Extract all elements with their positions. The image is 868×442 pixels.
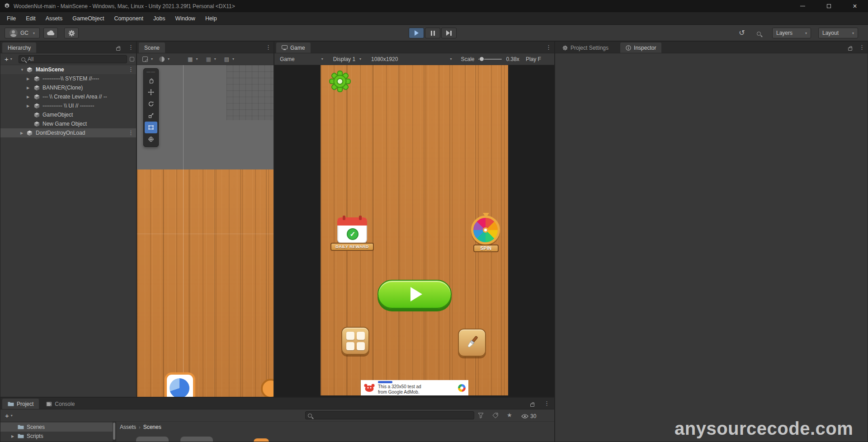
lock-icon[interactable] bbox=[530, 402, 534, 408]
foldout-icon[interactable]: ▶ bbox=[27, 104, 29, 108]
add-object-button[interactable]: + bbox=[5, 55, 9, 63]
game-settings-button[interactable] bbox=[329, 70, 351, 93]
tab-inspector[interactable]: Inspector bbox=[620, 42, 661, 53]
account-dropdown[interactable]: GC ▾ bbox=[5, 28, 40, 38]
play-button[interactable] bbox=[409, 28, 424, 38]
breadcrumb-scenes[interactable]: Scenes bbox=[143, 424, 161, 430]
project-search-input[interactable] bbox=[305, 411, 474, 419]
game-play-button[interactable] bbox=[377, 280, 452, 309]
folder-scrollbar[interactable] bbox=[113, 422, 116, 442]
breadcrumb-assets[interactable]: Assets bbox=[120, 424, 136, 430]
move-tool[interactable] bbox=[145, 86, 157, 98]
panel-menu-icon[interactable]: ⋮ bbox=[128, 44, 134, 50]
hierarchy-item-system[interactable]: ▶ ----------\\ SYSTEM //---- bbox=[0, 74, 136, 83]
hierarchy-item-create-level-area[interactable]: ▶ --- \\ Create Level Area // -- bbox=[0, 92, 136, 101]
pause-button[interactable] bbox=[425, 28, 440, 38]
menu-edit[interactable]: Edit bbox=[21, 12, 41, 25]
search-filter-icon[interactable] bbox=[130, 57, 134, 61]
maximize-button[interactable] bbox=[816, 0, 842, 12]
rect-tool[interactable] bbox=[145, 122, 157, 133]
panel-menu-icon[interactable]: ⋮ bbox=[859, 44, 865, 50]
folder-item-scenes[interactable]: Scenes bbox=[0, 423, 113, 432]
tab-scene[interactable]: Scene bbox=[139, 42, 165, 53]
display-dropdown[interactable]: Display 1▾ bbox=[333, 56, 361, 62]
search-by-label-icon[interactable] bbox=[492, 413, 498, 418]
shading-mode-dropdown[interactable]: ▾ bbox=[159, 56, 170, 62]
undo-history-button[interactable]: ↺ bbox=[737, 28, 747, 38]
menu-component[interactable]: Component bbox=[109, 12, 148, 25]
hierarchy-item-dontdestroyonload[interactable]: ▶ DontDestroyOnLoad ⋮ bbox=[0, 128, 136, 137]
create-asset-button[interactable]: + bbox=[5, 412, 9, 419]
chevron-down-icon[interactable]: ▾ bbox=[10, 57, 12, 61]
hierarchy-search-input[interactable]: All bbox=[19, 55, 127, 63]
menu-help[interactable]: Help bbox=[200, 12, 222, 25]
tab-project-settings[interactable]: Project Settings bbox=[557, 42, 614, 53]
chevron-down-icon[interactable]: ▾ bbox=[11, 414, 13, 418]
tab-game[interactable]: Game bbox=[276, 42, 311, 53]
scene-viewport[interactable]: —— bbox=[137, 65, 274, 397]
skins-button[interactable] bbox=[458, 329, 486, 357]
game-mode-dropdown[interactable]: Game▾ bbox=[280, 56, 323, 62]
menu-file[interactable]: File bbox=[2, 12, 21, 25]
ad-banner[interactable]: This a 320x50 test ad from Google AdMob. bbox=[361, 380, 468, 395]
row-menu-icon[interactable]: ⋮ bbox=[128, 66, 134, 72]
foldout-icon[interactable]: ▶ bbox=[11, 434, 14, 438]
tab-project[interactable]: Project bbox=[2, 399, 39, 409]
admob-logo-icon bbox=[458, 384, 466, 392]
foldout-icon[interactable]: ▶ bbox=[20, 131, 23, 135]
scale-slider[interactable] bbox=[478, 59, 502, 60]
hierarchy-item-gameobject[interactable]: GameObject bbox=[0, 110, 136, 119]
rotate-tool[interactable] bbox=[145, 98, 157, 110]
panel-menu-icon[interactable]: ⋮ bbox=[265, 44, 271, 50]
favorites-star-icon[interactable]: ★ bbox=[507, 412, 512, 418]
step-button[interactable] bbox=[441, 28, 457, 38]
layers-dropdown[interactable]: Layers ▾ bbox=[772, 28, 811, 38]
menu-window[interactable]: Window bbox=[170, 12, 200, 25]
resolution-dropdown[interactable]: 1080x1920▾ bbox=[371, 56, 452, 62]
panel-menu-icon[interactable]: ⋮ bbox=[544, 400, 550, 406]
tab-hierarchy[interactable]: Hierarchy bbox=[2, 42, 36, 53]
scale-slider-knob[interactable] bbox=[479, 56, 484, 61]
foldout-icon[interactable]: ▼ bbox=[20, 68, 24, 72]
foldout-icon[interactable]: ▶ bbox=[27, 95, 29, 99]
search-by-type-icon[interactable] bbox=[478, 413, 484, 418]
hierarchy-item-mainscene[interactable]: ▼ MainScene ⋮ bbox=[0, 65, 136, 74]
foldout-icon[interactable]: ▶ bbox=[27, 86, 29, 90]
levels-button[interactable] bbox=[341, 327, 369, 355]
minimize-button[interactable] bbox=[789, 0, 816, 12]
asset-thumbnail-partial[interactable] bbox=[254, 438, 269, 442]
row-menu-icon[interactable]: ⋮ bbox=[128, 130, 134, 136]
hierarchy-item-banner-clone[interactable]: ▶ BANNER(Clone) bbox=[0, 83, 136, 92]
palette-grip-icon[interactable]: —— bbox=[146, 70, 156, 75]
hierarchy-item-ui[interactable]: ▶ ----------- \\ UI // -------- bbox=[0, 101, 136, 110]
view-options-dropdown[interactable]: ▤▾ bbox=[224, 56, 234, 62]
search-everywhere-button[interactable] bbox=[754, 29, 763, 38]
menu-gameobject[interactable]: GameObject bbox=[67, 12, 109, 25]
folder-item-scripts[interactable]: ▶ Scripts bbox=[0, 432, 113, 441]
scale-tool[interactable] bbox=[145, 110, 157, 122]
draw-mode-dropdown[interactable]: ▾ bbox=[142, 56, 153, 62]
services-settings-button[interactable] bbox=[64, 28, 79, 38]
cloud-services-button[interactable] bbox=[43, 28, 58, 38]
scrollbar-thumb[interactable] bbox=[113, 423, 115, 440]
asset-thumbnail-partial[interactable] bbox=[180, 437, 213, 442]
grid-snap-dropdown[interactable]: ▦▾ bbox=[206, 56, 216, 62]
menu-jobs[interactable]: Jobs bbox=[148, 12, 170, 25]
menu-assets[interactable]: Assets bbox=[41, 12, 68, 25]
foldout-icon[interactable]: ▶ bbox=[27, 77, 29, 81]
lock-icon[interactable] bbox=[848, 46, 852, 52]
layout-dropdown[interactable]: Layout ▾ bbox=[818, 28, 858, 38]
tab-console[interactable]: Console bbox=[41, 399, 80, 409]
asset-thumbnail-partial[interactable] bbox=[136, 437, 169, 442]
close-button[interactable]: × bbox=[842, 0, 868, 12]
hand-tool[interactable] bbox=[145, 75, 157, 86]
spin-button[interactable]: SPIN bbox=[471, 215, 501, 254]
grid-visibility-dropdown[interactable]: ▦▾ bbox=[188, 56, 198, 62]
hidden-count-toggle[interactable]: 30 bbox=[521, 413, 536, 419]
panel-menu-icon[interactable]: ⋮ bbox=[546, 44, 552, 50]
lock-icon[interactable] bbox=[116, 46, 120, 52]
transform-tool[interactable] bbox=[145, 133, 157, 145]
daily-reward-button[interactable]: ✓ DAILY REWARD bbox=[330, 217, 374, 256]
play-focused-dropdown[interactable]: Play F bbox=[526, 56, 541, 62]
hierarchy-item-new-game-object[interactable]: New Game Object bbox=[0, 119, 136, 128]
